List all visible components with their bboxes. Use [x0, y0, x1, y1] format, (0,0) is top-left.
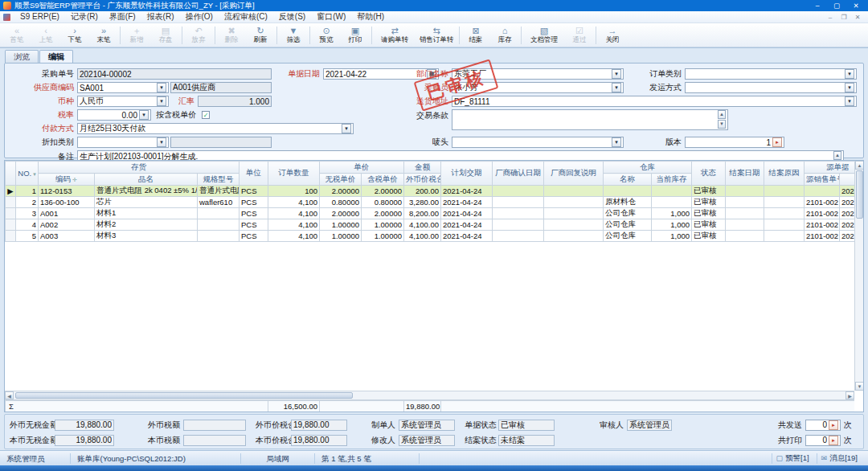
grid-cell[interactable] [652, 186, 692, 197]
lookup-icon[interactable]: ▾ [845, 96, 854, 106]
alert-badge[interactable]: ▢预警[1] [772, 453, 813, 464]
grid-cell[interactable]: PCS [240, 186, 268, 197]
menu-item[interactable]: 操作(O) [179, 11, 218, 23]
tax-inclusive-checkbox[interactable]: ✓ [202, 111, 210, 119]
row-selector[interactable]: ▶ [6, 186, 16, 197]
lookup-icon[interactable]: ▾ [342, 124, 351, 133]
row-selector[interactable] [6, 208, 16, 219]
col-header-status[interactable]: 状态 [692, 162, 726, 186]
col-header-unit[interactable]: 单位 [240, 162, 268, 186]
col-header-close-reason[interactable]: 结案原因 [764, 162, 805, 186]
col-header-qty[interactable]: 订单数量 [268, 162, 320, 186]
transfer-sales-button[interactable]: ⇆销售订单转 [416, 24, 457, 47]
grid-cell[interactable] [544, 219, 604, 231]
grid-cell[interactable]: 200.00 [404, 186, 441, 197]
documents-button[interactable]: ▧文档管理 [523, 24, 565, 47]
grid-row[interactable]: 3A001材料1PCS4,1002.000002.000008,200.0020… [6, 208, 855, 219]
minimize-button[interactable]: – [809, 1, 826, 11]
child-minimize-button[interactable]: – [825, 12, 836, 23]
grid-cell[interactable] [544, 231, 604, 242]
grid-row[interactable]: 4A002材料2PCS4,1001.000001.000004,100.0020… [6, 219, 855, 231]
grid-cell[interactable] [764, 219, 805, 231]
grid-cell[interactable] [198, 219, 240, 231]
lookup-icon[interactable]: ▾ [845, 83, 854, 92]
grid-cell[interactable]: 2021-04-24 [441, 197, 493, 208]
version-history-icon[interactable]: ▸ [772, 137, 782, 147]
grid-cell[interactable]: 0.80000 [320, 197, 362, 208]
grid-row[interactable]: 2136-00-100芯片wafler610PCS4,1000.800000.8… [6, 197, 855, 208]
grid-cell[interactable] [544, 208, 604, 219]
grid-cell[interactable]: 1,000 [652, 231, 692, 242]
grid-cell[interactable]: PCS [240, 197, 268, 208]
message-badge[interactable]: ✉消息[19] [817, 453, 862, 464]
refresh-button[interactable]: ↻刷新 [246, 24, 275, 47]
nav-last-button[interactable]: »末笔 [89, 24, 118, 47]
grid-cell[interactable]: 材料3 [95, 231, 198, 242]
close-button[interactable]: ✕ [847, 1, 865, 11]
grid-cell[interactable]: 202 [840, 231, 855, 242]
grid-cell[interactable]: 普通片式电阻.. [198, 186, 240, 197]
grid-cell[interactable] [726, 231, 764, 242]
grid-cell[interactable] [726, 208, 764, 219]
grid-cell[interactable]: 202 [840, 186, 855, 197]
transfer-request-button[interactable]: ⇄请购单转 [374, 24, 416, 47]
po-no-input[interactable]: 202104-00002 [77, 68, 272, 80]
menu-item[interactable]: 报表(R) [141, 11, 180, 23]
grid-cell[interactable]: 2021-04-24 [441, 208, 493, 219]
grid-cell[interactable]: 1.00000 [320, 231, 362, 242]
grid-cell[interactable] [493, 197, 544, 208]
col-header-amount-total[interactable]: 外币价税合计 [404, 174, 441, 186]
grid-cell[interactable]: 4,100 [268, 208, 320, 219]
grid-cell[interactable]: 公司仓库 [604, 219, 652, 231]
scroll-thumb[interactable] [856, 170, 863, 219]
grid-cell[interactable]: 2021-04-24 [441, 186, 493, 197]
col-header-price-ex[interactable]: 无税单价 [320, 174, 362, 186]
grid-cell[interactable]: 4,100 [268, 219, 320, 231]
ship-method-input[interactable]: ▾ [685, 82, 857, 93]
grid-cell[interactable] [805, 186, 840, 197]
menu-item[interactable]: 帮助(H) [351, 11, 390, 23]
nav-next-button[interactable]: ›下笔 [60, 24, 89, 47]
grid-row[interactable]: ▶1112-0153普通片式电阻 2k 0402 ±5% 1/16W普通片式电阻… [6, 186, 855, 197]
lookup-icon[interactable]: ▾ [612, 83, 621, 92]
scroll-right-icon[interactable]: ▶ [845, 391, 854, 399]
maximize-button[interactable]: ▢ [828, 1, 845, 11]
child-close-button[interactable]: ✕ [852, 12, 863, 23]
grid-cell[interactable]: 芯片 [95, 197, 198, 208]
lookup-icon[interactable]: ▾ [157, 137, 166, 147]
grid-cell[interactable] [493, 231, 544, 242]
scroll-up-icon[interactable]: ▲ [855, 161, 864, 170]
grid-cell[interactable]: 202 [840, 208, 855, 219]
grid-cell[interactable] [726, 219, 764, 231]
preview-button[interactable]: ⊙预览 [312, 24, 341, 47]
grid-cell[interactable]: 普通片式电阻 2k 0402 ±5% 1/16W [95, 186, 198, 197]
grid-cell[interactable]: 1,000 [652, 219, 692, 231]
grid-cell[interactable] [493, 219, 544, 231]
menu-item[interactable]: 流程审核(C) [219, 11, 273, 23]
grid-cell[interactable]: 2021-04-24 [441, 219, 493, 231]
grid-cell[interactable]: 2.00000 [320, 208, 362, 219]
grid-cell[interactable] [726, 197, 764, 208]
col-header-spec[interactable]: 规格型号 [198, 174, 240, 186]
delivery-addr-input[interactable]: DF_81111▾ [452, 96, 857, 107]
grid-cell[interactable]: 公司仓库 [604, 231, 652, 242]
grid-cell[interactable]: 2101-002 [805, 219, 840, 231]
lookup-icon[interactable]: ▾ [157, 83, 166, 92]
grid-cell[interactable]: 202 [840, 197, 855, 208]
grid-cell[interactable] [652, 197, 692, 208]
grid-cell[interactable]: 材料2 [95, 219, 198, 231]
horizontal-scrollbar[interactable]: ◀ ▶ [5, 391, 854, 399]
grid-cell[interactable]: 1.00000 [362, 231, 404, 242]
grid-cell[interactable]: 2021-04-24 [441, 231, 493, 242]
grid-cell[interactable]: wafler610 [198, 197, 240, 208]
col-header-code[interactable]: 编码✛ [39, 174, 95, 186]
col-header-close-date[interactable]: 结案日期 [726, 162, 764, 186]
grid-cell[interactable]: PCS [240, 219, 268, 231]
menu-item[interactable]: 记录(R) [65, 11, 104, 23]
col-header-vendor-reply[interactable]: 厂商回复说明 [544, 162, 604, 186]
col-header-stock[interactable]: 当前库存 [652, 174, 692, 186]
tab[interactable]: 编辑 [39, 50, 73, 63]
col-header-warehouse-name[interactable]: 名称 [604, 174, 652, 186]
grid-cell[interactable]: 已审核 [692, 208, 726, 219]
tax-rate-input[interactable]: 0.00▾ [77, 109, 151, 121]
